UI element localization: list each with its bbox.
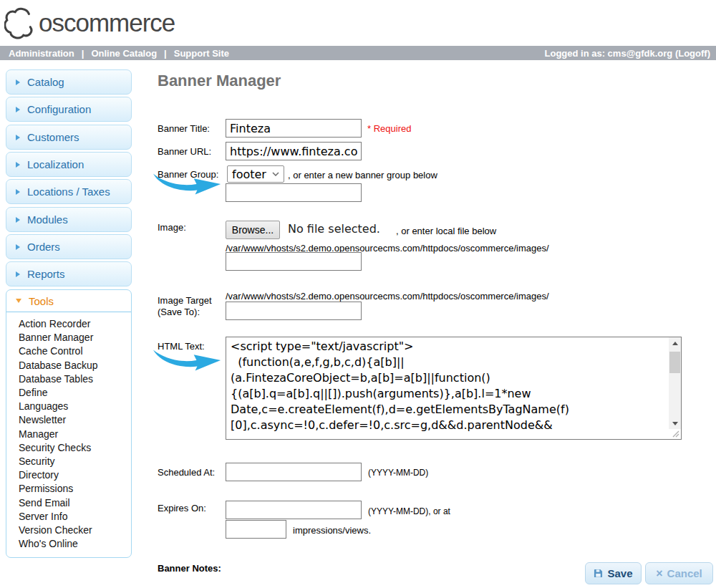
textarea-scrollbar[interactable] <box>669 337 681 429</box>
scrollbar-thumb[interactable] <box>669 352 680 373</box>
banner-group-select[interactable]: footer <box>227 165 284 183</box>
image-local-file-input[interactable] <box>226 252 362 271</box>
tools-link-version-checker[interactable]: Version Checker <box>6 524 131 537</box>
tools-link-banner-manager[interactable]: Banner Manager <box>6 331 131 344</box>
save-button[interactable]: Save <box>585 562 642 584</box>
sidebar-item-catalog[interactable]: Catalog <box>6 69 132 95</box>
tools-link-newsletter[interactable]: Newsletter <box>6 413 131 427</box>
required-indicator: * Required <box>367 123 411 134</box>
scroll-down-button[interactable] <box>669 418 681 429</box>
sidebar-item-label: Locations / Taxes <box>27 185 110 198</box>
sidebar-item-label: Catalog <box>27 76 64 88</box>
image-hint: , or enter local file below <box>396 226 496 236</box>
save-button-label: Save <box>607 567 632 579</box>
chevron-right-icon <box>16 271 20 277</box>
tools-link-database-tables[interactable]: Database Tables <box>6 372 131 386</box>
impressions-hint: impressions/views. <box>293 525 371 536</box>
sidebar-item-locations-taxes[interactable]: Locations / Taxes <box>6 179 132 204</box>
scheduled-at-hint: (YYYY-MM-DD) <box>368 468 428 478</box>
chevron-right-icon <box>16 162 20 168</box>
sidebar-item-orders[interactable]: Orders <box>6 234 132 259</box>
sidebar-item-modules[interactable]: Modules <box>6 207 132 232</box>
sidebar-item-localization[interactable]: Localization <box>6 152 132 177</box>
sidebar-item-reports[interactable]: Reports <box>6 261 132 286</box>
sidebar-item-configuration[interactable]: Configuration <box>6 97 132 122</box>
tools-link-whos-online[interactable]: Who's Online <box>6 537 131 551</box>
banner-group-selected-value: footer <box>232 168 266 181</box>
expires-on-input[interactable] <box>226 501 362 519</box>
cancel-button-label: Cancel <box>667 567 702 579</box>
image-label: Image: <box>158 222 186 233</box>
sidebar-tools-panel: Tools Action Recorder Banner Manager Cac… <box>6 289 132 558</box>
resize-grip-icon[interactable] <box>671 429 680 438</box>
tools-link-server-info[interactable]: Server Info <box>6 510 131 524</box>
tools-link-database-backup[interactable]: Database Backup <box>6 359 131 372</box>
logo-text: oscommerce <box>39 9 175 37</box>
scheduled-at-label: Scheduled At: <box>158 467 215 478</box>
sidebar-item-label: Customers <box>27 131 79 143</box>
tools-link-cache-control[interactable]: Cache Control <box>6 344 131 358</box>
banner-notes-label: Banner Notes: <box>158 563 221 574</box>
logo[interactable]: oscommerce <box>4 6 175 40</box>
tools-link-manager[interactable]: Manager <box>6 428 131 441</box>
expires-on-label: Expires On: <box>158 503 206 514</box>
annotation-arrow-icon <box>152 172 223 195</box>
chevron-right-icon <box>16 217 20 223</box>
tools-label: Tools <box>29 295 54 307</box>
chevron-down-icon <box>16 299 21 303</box>
admin-bar-separator: | <box>164 48 167 59</box>
new-banner-group-input[interactable] <box>226 183 362 202</box>
sidebar-item-customers[interactable]: Customers <box>6 125 132 150</box>
image-target-path-text: /var/www/vhosts/s2.demo.opensourcecms.co… <box>226 291 549 302</box>
impressions-input[interactable] <box>226 520 286 539</box>
expires-on-hint: (YYYY-MM-DD), or at <box>368 506 450 516</box>
banner-url-input[interactable] <box>226 142 362 160</box>
image-target-label-line2: (Save To): <box>158 307 200 317</box>
tools-link-permissions[interactable]: Permissions <box>6 482 131 496</box>
banner-url-label: Banner URL: <box>158 146 211 157</box>
no-file-selected-text: No file selected. <box>288 222 380 236</box>
arrow-down-icon <box>672 422 678 425</box>
sidebar-item-tools[interactable]: Tools <box>6 290 131 312</box>
sidebar-item-label: Orders <box>27 241 60 253</box>
banner-title-input[interactable] <box>226 119 362 138</box>
tools-link-directory[interactable]: Directory <box>6 468 131 482</box>
sidebar-item-label: Reports <box>27 268 65 280</box>
page-title: Banner Manager <box>158 72 281 90</box>
admin-link-online-catalog[interactable]: Online Catalog <box>91 48 157 59</box>
browse-button[interactable]: Browse... <box>226 221 280 239</box>
oscommerce-logo-icon <box>4 6 34 40</box>
sidebar-item-label: Configuration <box>27 103 91 115</box>
tools-list: Action Recorder Banner Manager Cache Con… <box>6 312 131 551</box>
sidebar-item-label: Modules <box>27 213 68 226</box>
annotation-arrow-icon <box>152 348 223 371</box>
banner-group-hint: , or enter a new banner group below <box>288 170 437 180</box>
tools-link-send-email[interactable]: Send Email <box>6 496 131 510</box>
chevron-down-icon <box>272 172 279 176</box>
chevron-right-icon <box>16 189 20 195</box>
chevron-right-icon <box>16 135 20 140</box>
scroll-up-button[interactable] <box>669 337 681 349</box>
admin-link-support-site[interactable]: Support Site <box>174 48 229 59</box>
tools-link-security[interactable]: Security <box>6 455 131 468</box>
admin-link-administration[interactable]: Administration <box>9 48 74 59</box>
arrow-up-icon <box>672 342 678 345</box>
tools-link-languages[interactable]: Languages <box>6 400 131 413</box>
chevron-right-icon <box>16 244 20 250</box>
cancel-button[interactable]: × Cancel <box>645 562 713 584</box>
image-target-label-line1: Image Target <box>158 295 212 306</box>
logged-in-status[interactable]: Logged in as: cms@gfdk.org (Logoff) <box>545 48 711 59</box>
tools-link-action-recorder[interactable]: Action Recorder <box>6 317 131 331</box>
banner-title-label: Banner Title: <box>158 123 210 134</box>
save-disk-icon <box>594 569 603 578</box>
scheduled-at-input[interactable] <box>226 463 362 481</box>
close-icon: × <box>656 568 662 579</box>
image-target-input[interactable] <box>226 302 362 320</box>
html-text-content[interactable]: <script type="text/javascript"> (functio… <box>231 339 665 438</box>
sidebar-item-label: Localization <box>27 158 84 170</box>
tools-link-security-checks[interactable]: Security Checks <box>6 441 131 455</box>
chevron-right-icon <box>16 107 20 112</box>
tools-link-define[interactable]: Define <box>6 386 131 400</box>
html-text-textarea[interactable]: <script type="text/javascript"> (functio… <box>226 337 682 440</box>
chevron-right-icon <box>16 79 20 85</box>
